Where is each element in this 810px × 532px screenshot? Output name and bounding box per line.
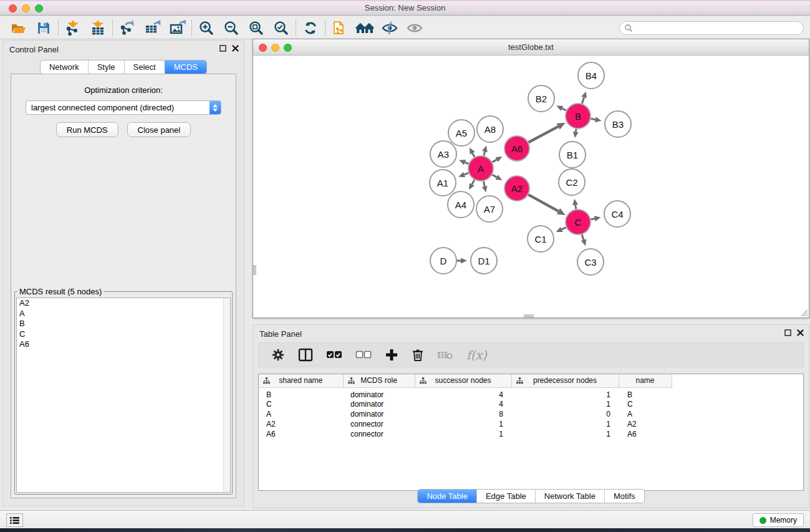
table-cell[interactable]: 1 [511,419,619,429]
tab-mcds[interactable]: MCDS [165,60,206,74]
table-cell[interactable]: A2 [259,419,343,429]
mcds-result-item[interactable]: A [17,309,230,319]
open-session-button[interactable] [6,19,31,37]
export-table-button[interactable] [140,19,165,37]
table-cell[interactable]: 4 [415,399,511,409]
close-panel-icon[interactable] [232,45,239,52]
graph-node-C4[interactable]: C4 [604,201,630,227]
graph-node-A2[interactable]: A2 [504,176,529,201]
import-table-button[interactable] [85,19,110,37]
graph-node-C[interactable]: C [566,210,591,235]
task-history-button[interactable] [6,513,23,527]
table-cell[interactable]: A [619,409,672,419]
delete-columns-button[interactable] [412,348,424,362]
export-network-button[interactable] [115,19,140,37]
first-neighbors-button[interactable] [352,19,377,37]
table-cell[interactable]: dominator [343,399,415,409]
graph-node-B2[interactable]: B2 [528,85,554,112]
graph-node-D1[interactable]: D1 [471,248,497,274]
table-settings-button[interactable] [271,348,285,362]
graph-node-A1[interactable]: A1 [430,170,456,196]
mcds-result-item[interactable]: B [17,319,230,329]
graph-edge-A-A5[interactable] [470,148,475,157]
graph-node-D[interactable]: D [430,248,456,274]
graph-edge-A2-C[interactable] [528,195,565,215]
column-header-MCDS-role[interactable]: MCDS role [343,374,415,387]
tab-motifs[interactable]: Motifs [604,490,644,503]
refresh-layout-button[interactable] [298,19,323,37]
select-all-checkboxes-button[interactable] [326,351,342,359]
horizontal-scroll-thumb[interactable] [524,314,534,317]
graph-edge-B-B2[interactable] [556,106,566,111]
network-window-titlebar[interactable]: testGlobe.txt [253,39,809,56]
tab-network-table[interactable]: Network Table [535,490,604,503]
table-cell[interactable]: 8 [415,409,511,419]
graph-node-B[interactable]: B [566,104,591,128]
column-header-name[interactable]: name [619,374,672,387]
table-cell[interactable]: 1 [511,429,619,439]
graph-edge-A-A7[interactable] [482,181,488,193]
graph-edge-D-D1[interactable] [456,258,467,264]
float-panel-icon[interactable] [219,45,226,52]
graph-edge-A-A8[interactable] [482,145,488,155]
mcds-result-item[interactable]: C [17,329,230,340]
tab-network[interactable]: Network [41,60,88,74]
save-session-button[interactable] [31,19,56,37]
zoom-in-button[interactable] [194,19,219,37]
graph-node-C1[interactable]: C1 [528,226,554,252]
table-cell[interactable]: A [259,409,343,419]
graph-edge-B-B4[interactable] [581,92,587,104]
new-network-from-selection-button[interactable] [327,19,352,37]
zoom-fit-button[interactable] [244,19,269,37]
zoom-out-button[interactable] [219,19,244,37]
graph-edge-A-A1[interactable] [458,172,468,177]
table-cell[interactable]: dominator [343,387,415,399]
tab-style[interactable]: Style [88,60,124,74]
deselect-all-checkboxes-button[interactable] [355,351,372,359]
graph-edge-C-C3[interactable] [581,235,587,246]
table-cell[interactable]: 1 [415,419,511,429]
table-cell[interactable]: 1 [511,387,619,399]
graph-edge-C-C1[interactable] [556,227,566,232]
graph-node-C2[interactable]: C2 [559,169,585,195]
zoom-selected-button[interactable] [269,19,294,37]
search-input[interactable] [633,22,803,34]
float-panel-icon[interactable] [784,329,791,336]
close-panel-button[interactable]: Close panel [127,122,191,137]
minimize-window-button[interactable] [22,4,30,12]
graph-edge-A-A3[interactable] [459,160,468,165]
graph-edge-B-B3[interactable] [591,117,602,122]
optimization-criterion-dropdown[interactable]: largest connected component (directed) [26,100,221,115]
vertical-scroll-thumb[interactable] [253,265,256,275]
delete-table-button[interactable] [437,349,453,360]
add-column-button[interactable] [385,348,398,362]
tab-edge-table[interactable]: Edge Table [476,490,535,503]
network-zoom-button[interactable] [284,44,292,52]
graph-node-A4[interactable]: A4 [448,191,474,218]
show-all-button[interactable] [402,19,427,37]
column-header-shared-name[interactable]: shared name [259,374,343,387]
table-cell[interactable]: B [259,387,343,399]
graph-node-A5[interactable]: A5 [448,120,475,146]
close-panel-icon[interactable] [797,329,804,336]
table-cell[interactable]: C [259,399,343,409]
close-window-button[interactable] [9,4,17,12]
table-cell[interactable]: 1 [511,399,619,409]
network-canvas[interactable]: B4B2BB3A8A5A6A3B1AC2A1A2A4A7C4CC1C3DD1 [253,56,809,317]
column-header-predecessor-nodes[interactable]: predecessor nodes [511,374,619,387]
table-cell[interactable]: C [619,399,672,409]
graph-edge-A-A6[interactable] [492,157,502,162]
table-cell[interactable]: A6 [619,429,672,439]
graph-node-C3[interactable]: C3 [577,249,604,275]
export-image-button[interactable] [165,19,190,37]
graph-node-A3[interactable]: A3 [430,141,456,167]
column-header-successor-nodes[interactable]: successor nodes [415,374,511,387]
graph-edge-A-A2[interactable] [492,175,502,180]
graph-node-A8[interactable]: A8 [477,116,503,142]
graph-node-A[interactable]: A [468,156,493,181]
table-cell[interactable]: A2 [619,419,672,429]
table-cell[interactable]: connector [343,419,415,429]
graph-edge-A6-B[interactable] [529,123,566,142]
import-network-button[interactable] [60,19,85,37]
table-cell[interactable]: A6 [259,429,343,439]
